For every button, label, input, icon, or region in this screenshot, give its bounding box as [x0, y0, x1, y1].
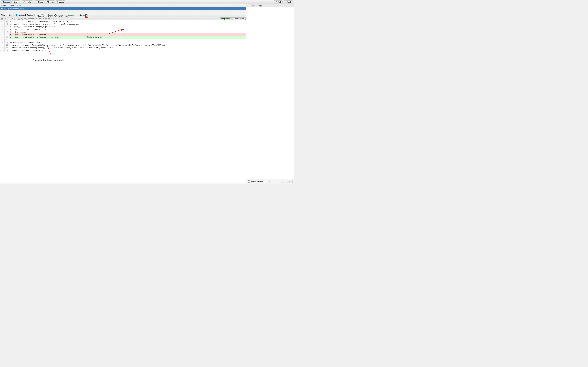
file-list-header: Staged Status Path [0, 4, 246, 7]
new-line-num: 53 [5, 39, 9, 41]
stage-checkbox[interactable] [1, 8, 3, 9]
branch-icon: ⎇ [23, 1, 26, 3]
new-line-num: 48 [5, 23, 9, 25]
stage-chunk-button[interactable]: Stage chunk [220, 17, 232, 20]
old-line-num: 47 [0, 20, 5, 23]
code-line-removed: 52 # theme(legend.position = "bottom") [0, 33, 246, 36]
discard-chunk-button[interactable]: Discard chunk [232, 17, 246, 20]
new-line-num: 49 [5, 25, 9, 28]
commit-msg-annotation: Type in commit message here [38, 15, 69, 17]
code-line: 50 50 # labs(x = "",y= "", fill = "") + [0, 28, 246, 31]
line-content [9, 39, 246, 41]
diff-header-text: @@ -47,11 +47,11 @@ by_day_alcohol <- da… [0, 18, 55, 20]
checkmark-icon: ✓ [36, 1, 38, 3]
commit-message-label: Commit message [246, 4, 294, 7]
push-button[interactable]: ▲ Push [283, 0, 293, 3]
ignore-button[interactable]: ⊘ Ignore [55, 0, 65, 3]
branch-label: master [26, 1, 32, 3]
stage-label: Stage [38, 1, 43, 3]
code-line: 49 49 # geom_col(position = "dodge",alph… [0, 25, 246, 28]
unstaged-radio[interactable] [15, 14, 17, 16]
show-label: Show [1, 14, 6, 16]
old-line-num: 50 [0, 28, 5, 31]
revert-icon: ↩ [46, 1, 48, 3]
old-line-num: 57 [0, 49, 5, 52]
old-line-num: 51 [0, 31, 5, 33]
code-line: 54 54 by_day_robbery <- daily_crime %>% [0, 41, 246, 44]
show-bar: Show Staged Unstaged Context 5 lines [0, 13, 246, 17]
revert-button[interactable]: ↩ Revert [45, 0, 55, 3]
old-line-num [0, 36, 5, 39]
pull-label: Pull [278, 1, 281, 3]
context-label: Context [27, 14, 33, 16]
amend-text: Amend previous commit [251, 180, 270, 182]
discard-all-label: Discard All [80, 14, 88, 16]
staged-radio-text: Staged [9, 14, 15, 16]
staged-col-header: Staged [1, 5, 9, 6]
changes-label: Changes [2, 1, 10, 3]
ignore-icon: ⊘ [57, 1, 58, 3]
changes-annotation: Changes that have been made [33, 59, 64, 62]
changes-button[interactable]: Changes [1, 0, 11, 3]
code-line: 53 53 [0, 39, 246, 41]
old-line-num: 56 [0, 47, 5, 49]
pull-button[interactable]: ▼ Pull [274, 0, 283, 3]
new-line-num: 56 [5, 47, 9, 49]
path-col-header: Path [17, 5, 24, 6]
push-arrow-icon: ▲ [285, 1, 287, 3]
new-line-num: 54 [5, 41, 9, 44]
main-layout: Staged Status Path M Figures/barplot_byd… [0, 4, 294, 184]
diff-header-row: @@ -47,11 +47,11 @@ by_day_alcohol <- da… [0, 17, 246, 20]
new-line-num: 47 [5, 20, 9, 23]
code-line: 47 47 # avg_drug = mean(drug_offense, na… [0, 20, 246, 23]
toolbar: Changes History ⎇ master ✓ Stage ↩ Rever… [0, 0, 294, 4]
toolbar-right: ▼ Pull ▲ Push [274, 0, 293, 3]
toolbar-sep-2 [34, 1, 34, 3]
file-path: Figures/barplot_byday.R [7, 8, 26, 10]
diff-area[interactable]: @@ -47,11 +47,11 @@ by_day_alcohol <- da… [0, 17, 246, 184]
new-line-num: 50 [5, 28, 9, 31]
code-line: 51 51 # theme_light() + [0, 31, 246, 33]
line-content: mutate(treatment = factor(ifelse(treatme… [9, 44, 246, 47]
amend-checkbox[interactable] [248, 180, 250, 183]
left-panel: Staged Status Path M Figures/barplot_byd… [0, 4, 246, 184]
new-line-num: 57 [5, 49, 9, 52]
unstaged-radio-label[interactable]: Unstaged [15, 14, 26, 16]
old-line-num: 55 [0, 44, 5, 47]
code-line-added: 52 # theme(legend.position = "bottom") n… [0, 36, 246, 39]
commit-message-input[interactable] [246, 7, 294, 179]
old-line-num: 49 [0, 25, 5, 28]
history-label: History [13, 1, 18, 3]
code-line: 56 56 mutate(weekday = factor(weekday, l… [0, 47, 246, 49]
old-line-num: 54 [0, 41, 5, 44]
stage-all-label: Stage All [68, 14, 74, 16]
old-line-num: 53 [0, 39, 5, 41]
line-content: # labs(x = "",y= "", fill = "") + [9, 28, 246, 31]
file-status-icon: M [4, 8, 6, 10]
unstaged-radio-text: Unstaged [18, 14, 26, 16]
branch-button[interactable]: ⎇ master [22, 0, 33, 3]
line-content: # geom_col(position = "dodge",alpha = 0.… [9, 25, 246, 28]
file-list: M Figures/barplot_byday.R [0, 7, 246, 13]
staged-radio[interactable] [7, 14, 9, 16]
line-content: group_by(weekday, treatment) %>% [9, 49, 246, 52]
click-commit-annotation: Click to commit [87, 36, 103, 38]
discard-all-button[interactable]: ✕ Discard All [77, 14, 89, 17]
staged-radio-label[interactable]: Staged [7, 14, 15, 16]
history-button[interactable]: History [11, 0, 20, 3]
chunk-buttons: Stage chunk Discard chunk [220, 17, 246, 20]
line-content: # theme(legend.position = "bottom") [9, 33, 246, 36]
revert-label: Revert [48, 1, 53, 3]
code-line: 55 55 mutate(treatment = factor(ifelse(t… [0, 44, 246, 47]
line-content: by_day_robbery <- daily_crime %>% [9, 41, 246, 44]
status-col-header: Status [9, 5, 17, 6]
commit-button[interactable]: Commit [281, 180, 293, 183]
file-row[interactable]: M Figures/barplot_byday.R [0, 7, 246, 10]
ignore-label: Ignore [59, 1, 64, 3]
old-line-num: 52 [0, 33, 5, 36]
amend-label[interactable]: Amend previous commit [248, 180, 270, 183]
radio-group: Staged Unstaged [7, 14, 26, 16]
line-content: # theme_light() + [9, 31, 246, 33]
code-line: 48 48 # ggplot(aes(x = weekday, y = avg_… [0, 23, 246, 25]
stage-button[interactable]: ✓ Stage [35, 0, 44, 3]
